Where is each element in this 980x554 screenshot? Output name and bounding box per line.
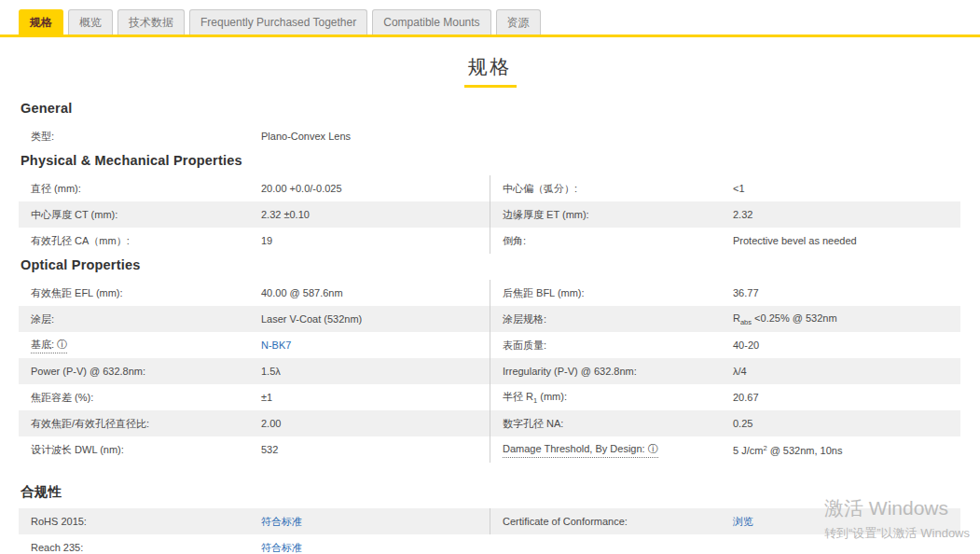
accent-divider — [0, 35, 980, 37]
table-row: 类型: Plano-Convex Lens — [19, 123, 960, 149]
substrate-link[interactable]: N-BK7 — [261, 339, 291, 351]
spec-label: 涂层规格: — [503, 312, 733, 326]
spec-label: Reach 235: — [31, 542, 261, 553]
spec-label: 中心偏（弧分）: — [503, 182, 733, 196]
spec-cell-efl: 有效焦距 EFL (mm): 40.00 @ 587.6nm — [19, 280, 490, 306]
spec-label: 设计波长 DWL (nm): — [31, 443, 261, 457]
spec-label: RoHS 2015: — [31, 516, 261, 527]
spec-value: 5 J/cm2 @ 532nm, 10ns — [733, 444, 842, 456]
spec-label: Certificate of Conformance: — [503, 516, 733, 527]
section-heading-physical: Physical & Mechanical Properties — [21, 153, 960, 168]
spec-label: Irregularity (P-V) @ 632.8nm: — [503, 366, 733, 377]
spec-value: 36.77 — [733, 287, 759, 298]
spec-value: 19 — [261, 235, 272, 246]
spec-label: 有效孔径 CA（mm）: — [31, 234, 261, 248]
spec-value: <1 — [733, 183, 745, 194]
tab-compatible-mounts[interactable]: Compatible Mounts — [372, 9, 490, 35]
info-icon[interactable]: ⓘ — [57, 339, 67, 350]
spec-cell-certificate: Certificate of Conformance: 浏览 — [490, 508, 960, 534]
table-row: 基底:ⓘ N-BK7 表面质量: 40-20 — [19, 332, 960, 358]
spec-cell-irregularity: Irregularity (P-V) @ 632.8nm: λ/4 — [490, 358, 960, 384]
spec-label: 倒角: — [503, 234, 733, 248]
spec-label: 边缘厚度 ET (mm): — [503, 208, 733, 222]
rohs-compliant-link[interactable]: 符合标准 — [261, 516, 302, 527]
title-wrap: 规格 — [0, 54, 980, 88]
section-heading-optical: Optical Properties — [21, 257, 960, 272]
spec-cell-rohs: RoHS 2015: 符合标准 — [19, 508, 490, 534]
tab-overview[interactable]: 概览 — [68, 9, 113, 35]
table-row: 涂层: Laser V-Coat (532nm) 涂层规格: Rabs <0.2… — [19, 306, 960, 332]
spec-label: Damage Threshold, By Design:ⓘ — [503, 442, 733, 458]
table-row: 焦距容差 (%): ±1 半径 R1 (mm): 20.67 — [19, 384, 960, 410]
spec-value: 40.00 @ 587.6nm — [261, 287, 343, 298]
table-row: 有效孔径 CA（mm）: 19 倒角: Protective bevel as … — [19, 228, 960, 254]
section-heading-general: General — [21, 101, 960, 116]
spec-value: 40-20 — [733, 339, 759, 351]
spec-value: 20.00 +0.0/-0.025 — [261, 183, 342, 194]
spec-label: 涂层: — [31, 312, 261, 326]
spec-cell-type: 类型: Plano-Convex Lens — [19, 123, 490, 149]
spec-cell-radius-r1: 半径 R1 (mm): 20.67 — [490, 384, 960, 410]
spec-value: Rabs <0.25% @ 532nm — [733, 312, 837, 326]
spec-label: 表面质量: — [503, 339, 733, 353]
spec-cell-f-number: 有效焦距/有效孔径直径比: 2.00 — [19, 410, 490, 436]
table-row: Reach 235: 符合标准 — [19, 534, 960, 554]
spec-value: 532 — [261, 444, 278, 455]
spec-cell-centration: 中心偏（弧分）: <1 — [490, 175, 960, 201]
table-row: 直径 (mm): 20.00 +0.0/-0.025 中心偏（弧分）: <1 — [19, 175, 960, 201]
spec-value: Protective bevel as needed — [733, 235, 857, 246]
spec-cell-bfl: 后焦距 BFL (mm): 36.77 — [490, 280, 960, 306]
table-row: 有效焦距/有效孔径直径比: 2.00 数字孔径 NA: 0.25 — [19, 410, 960, 436]
tab-bar: 规格 概览 技术数据 Frequently Purchased Together… — [0, 0, 980, 35]
spec-cell-na: 数字孔径 NA: 0.25 — [490, 410, 960, 436]
spec-cell-clear-aperture: 有效孔径 CA（mm）: 19 — [19, 228, 490, 254]
table-row: 设计波长 DWL (nm): 532 Damage Threshold, By … — [19, 436, 960, 463]
table-row: Power (P-V) @ 632.8nm: 1.5λ Irregularity… — [19, 358, 960, 384]
spec-value: 20.67 — [733, 392, 759, 403]
spec-cell-bevel: 倒角: Protective bevel as needed — [490, 228, 960, 254]
tab-technical-data[interactable]: 技术数据 — [117, 9, 185, 35]
spec-cell-focal-tolerance: 焦距容差 (%): ±1 — [19, 384, 490, 410]
spec-label: 有效焦距 EFL (mm): — [31, 286, 261, 300]
spec-cell-power: Power (P-V) @ 632.8nm: 1.5λ — [19, 358, 490, 384]
spec-value: ±1 — [261, 392, 272, 403]
spec-label: Power (P-V) @ 632.8nm: — [31, 366, 261, 377]
tab-specifications[interactable]: 规格 — [19, 9, 63, 35]
spec-label: 中心厚度 CT (mm): — [31, 208, 261, 222]
spec-cell-coating-spec: 涂层规格: Rabs <0.25% @ 532nm — [490, 306, 960, 332]
title-underline — [464, 85, 517, 88]
certificate-view-link[interactable]: 浏览 — [733, 516, 753, 527]
spec-cell-diameter: 直径 (mm): 20.00 +0.0/-0.025 — [19, 175, 490, 201]
damage-threshold-tooltip-trigger[interactable]: Damage Threshold, By Design:ⓘ — [503, 442, 658, 458]
tab-frequently-purchased-together[interactable]: Frequently Purchased Together — [189, 9, 367, 35]
spec-value: Laser V-Coat (532nm) — [261, 313, 362, 325]
spec-cell-center-thickness: 中心厚度 CT (mm): 2.32 ±0.10 — [19, 201, 490, 228]
section-heading-compliance: 合规性 — [21, 483, 960, 501]
spec-value: 0.25 — [733, 418, 752, 429]
spec-label: 类型: — [31, 130, 261, 144]
spec-cell-substrate: 基底:ⓘ N-BK7 — [19, 332, 490, 358]
spec-cell-coating: 涂层: Laser V-Coat (532nm) — [19, 306, 490, 332]
spec-cell-reach: Reach 235: 符合标准 — [19, 534, 490, 554]
spec-cell-edge-thickness: 边缘厚度 ET (mm): 2.32 — [490, 201, 960, 228]
spec-label: 基底:ⓘ — [31, 338, 261, 353]
info-icon[interactable]: ⓘ — [648, 443, 658, 454]
spec-label: 有效焦距/有效孔径直径比: — [31, 417, 261, 431]
spec-label: 直径 (mm): — [31, 182, 261, 196]
table-row: 有效焦距 EFL (mm): 40.00 @ 587.6nm 后焦距 BFL (… — [19, 280, 960, 306]
spec-value: 2.00 — [261, 418, 281, 429]
tab-resources[interactable]: 资源 — [496, 9, 541, 35]
reach-compliant-link[interactable]: 符合标准 — [261, 542, 302, 553]
spec-label: 数字孔径 NA: — [503, 417, 733, 431]
substrate-tooltip-trigger[interactable]: 基底:ⓘ — [31, 338, 67, 353]
spec-label: 后焦距 BFL (mm): — [503, 286, 733, 300]
table-row: 中心厚度 CT (mm): 2.32 ±0.10 边缘厚度 ET (mm): 2… — [19, 201, 960, 228]
spec-label: 焦距容差 (%): — [31, 391, 261, 405]
specs-content: General 类型: Plano-Convex Lens Physical &… — [0, 101, 980, 554]
spec-value: 2.32 ±0.10 — [261, 209, 310, 220]
spec-cell-damage-threshold: Damage Threshold, By Design:ⓘ 5 J/cm2 @ … — [490, 436, 960, 463]
table-row: RoHS 2015: 符合标准 Certificate of Conforman… — [19, 508, 960, 534]
spec-label: 半径 R1 (mm): — [503, 390, 733, 405]
page-title: 规格 — [468, 54, 513, 80]
spec-value: λ/4 — [733, 366, 747, 377]
